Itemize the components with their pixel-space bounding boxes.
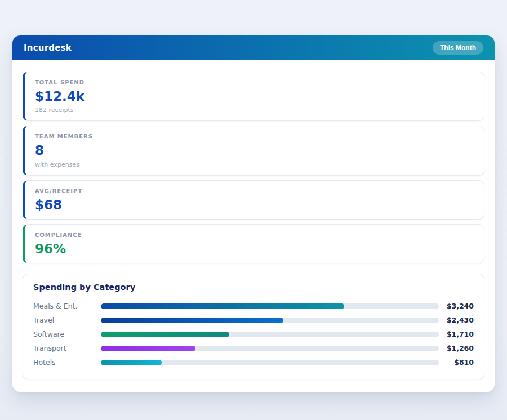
chart-value-label: $1,710 xyxy=(439,330,474,338)
chart-rows: Meals & Ent. $3,240 Travel $2,430 Softwa… xyxy=(33,299,474,369)
stat-value: $68 xyxy=(35,198,474,212)
period-filter-badge[interactable]: This Month xyxy=(433,41,483,55)
stat-card: AVG/RECEIPT $68 xyxy=(23,180,484,220)
chart-value-label: $3,240 xyxy=(439,302,474,310)
panel-body: TOTAL SPEND $12.4k 182 receipts TEAM MEM… xyxy=(12,60,495,392)
stat-value: 8 xyxy=(35,144,474,158)
chart-value-label: $2,430 xyxy=(439,316,474,324)
bar-track xyxy=(101,360,439,365)
stat-value: 96% xyxy=(35,242,474,256)
bar-track xyxy=(101,346,439,351)
chart-category-label: Hotels xyxy=(33,358,101,367)
stat-label: TOTAL SPEND xyxy=(35,79,474,86)
bar-fill xyxy=(101,303,344,309)
app-title: Incurdesk xyxy=(24,43,72,53)
bar-track xyxy=(101,303,439,309)
stat-subtext: 182 receipts xyxy=(35,106,474,114)
app-header: Incurdesk This Month xyxy=(12,35,495,60)
stat-label: TEAM MEMBERS xyxy=(35,133,474,140)
dashboard-panel: Incurdesk This Month TOTAL SPEND $12.4k … xyxy=(12,35,495,392)
chart-row: Travel $2,430 xyxy=(33,313,474,327)
chart-row: Transport $1,260 xyxy=(33,341,474,355)
stat-card: TEAM MEMBERS 8 with expenses xyxy=(23,126,484,175)
bar-track xyxy=(101,318,439,323)
stat-label: AVG/RECEIPT xyxy=(35,188,474,194)
spending-chart-card: Spending by Category Meals & Ent. $3,240… xyxy=(23,274,484,379)
chart-category-label: Transport xyxy=(33,344,101,352)
stat-value: $12.4k xyxy=(35,90,474,104)
bar-track xyxy=(101,332,439,337)
chart-category-label: Software xyxy=(33,330,101,338)
bar-fill xyxy=(101,332,229,337)
chart-row: Software $1,710 xyxy=(33,327,474,341)
bar-fill xyxy=(101,360,162,365)
stat-label: COMPLIANCE xyxy=(35,232,474,238)
stats-section: TOTAL SPEND $12.4k 182 receipts TEAM MEM… xyxy=(23,72,484,263)
chart-value-label: $810 xyxy=(439,358,474,367)
chart-row: Meals & Ent. $3,240 xyxy=(33,299,474,313)
chart-category-label: Meals & Ent. xyxy=(33,302,101,310)
stat-card: COMPLIANCE 96% xyxy=(23,224,484,263)
chart-category-label: Travel xyxy=(33,316,101,324)
stat-subtext: with expenses xyxy=(35,161,474,168)
bar-fill xyxy=(101,318,283,323)
chart-value-label: $1,260 xyxy=(439,344,474,352)
stat-card: TOTAL SPEND $12.4k 182 receipts xyxy=(23,72,484,121)
bar-fill xyxy=(101,346,195,351)
chart-title: Spending by Category xyxy=(33,283,474,292)
chart-row: Hotels $810 xyxy=(33,355,474,369)
